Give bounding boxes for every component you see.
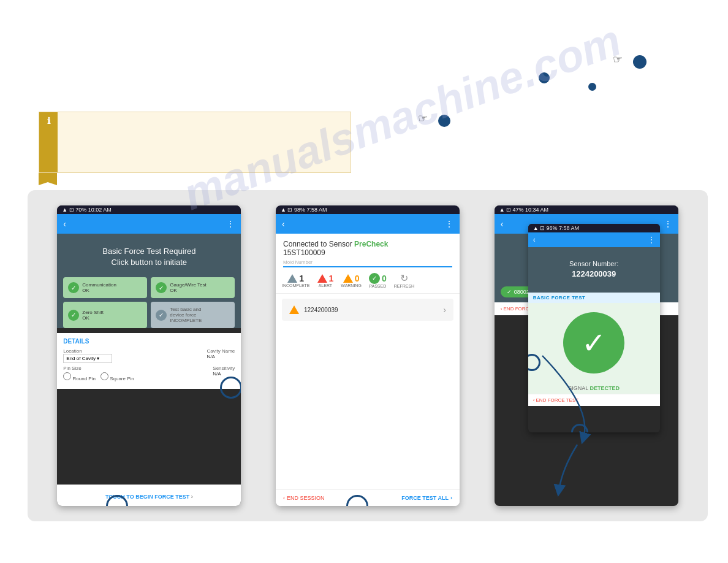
check-zeroshift: ✓ Zero Shift OK — [63, 302, 147, 328]
incomplete-label: INCOMPLETE — [282, 283, 310, 288]
check-icon-zeroshift: ✓ — [68, 310, 79, 321]
pin-size-label: Pin Size — [63, 366, 134, 371]
info-banner-bookmark — [39, 173, 57, 185]
sensor-id: 15ST100009 — [283, 248, 452, 257]
check-icon-incomplete: ✓ — [156, 310, 167, 321]
phone4-share-icon[interactable]: ⋮ — [648, 236, 655, 244]
phone2-share-icon[interactable]: ⋮ — [445, 219, 453, 229]
cavity-name-value: N/A — [207, 354, 235, 359]
sensor-number-label: Sensor Number: — [534, 259, 654, 269]
info-icon: ℹ — [39, 112, 58, 172]
square-pin-option[interactable]: Square Pin — [100, 372, 134, 381]
phone-mockup-4: ▲ ⊡ 96% 7:58 AM ‹ ⋮ Sensor Number: 12242… — [528, 224, 660, 432]
phone2-header: ‹ ⋮ — [276, 214, 460, 234]
alert-status: 1 ALERT — [317, 274, 334, 288]
phone3-status-bar: ▲ ⊡ 47% 10:34 AM — [495, 205, 678, 214]
phone3-time: ▲ ⊡ 47% 10:34 AM — [499, 207, 548, 213]
incomplete-count: 1 — [299, 274, 304, 283]
location-label: Location — [63, 348, 112, 354]
location-dropdown[interactable]: End of Cavity ▾ — [63, 354, 112, 363]
alert-label: ALERT — [319, 283, 332, 288]
check-label-zeroshift: Zero Shift OK — [82, 310, 104, 321]
sensor-row-item[interactable]: 1224200039 › — [282, 299, 453, 321]
footer-highlight: FORCE TEST — [154, 494, 189, 500]
phone1-share-icon[interactable]: ⋮ — [226, 219, 235, 229]
dot-3 — [588, 83, 596, 91]
phone2-status-bar: ▲ ⊡ 98% 7:58 AM — [276, 205, 460, 214]
check-icon-communication: ✓ — [68, 282, 79, 293]
phone1-time: ▲ ⊡ 70% 10:02 AM — [62, 207, 111, 213]
warning-triangle — [343, 274, 353, 283]
check-label-incomplete: Test basic and device force INCOMPLETE — [170, 307, 202, 323]
location-value: End of Cavity — [66, 356, 96, 361]
phone4-end-force-label: ‹ END FORCE TEST — [533, 397, 579, 403]
phone4-time: ▲ ⊡ 96% 7:58 AM — [533, 225, 579, 231]
phone3-back-icon[interactable]: ‹ — [501, 219, 504, 229]
phone1-details: DETAILS Location End of Cavity ▾ Cavity … — [57, 333, 241, 389]
warning-count: 0 — [355, 274, 360, 283]
sensor-row-id: 1224200039 — [304, 307, 338, 313]
passed-label: PASSED — [369, 284, 386, 288]
check-communication: ✓ Communication OK — [63, 277, 147, 298]
dot-1 — [539, 72, 550, 83]
alert-count: 1 — [329, 274, 334, 283]
check-label-gauge: Gauge/Wire Test OK — [170, 282, 206, 293]
mold-label: Mold Number — [283, 259, 452, 265]
sensor-precheck-highlight: PreCheck — [354, 240, 388, 248]
chip-1-check: ✓ — [507, 289, 512, 295]
phone2-status-row: 1 INCOMPLETE 1 ALERT 0 WARNING — [276, 267, 460, 294]
round-pin-option[interactable]: Round Pin — [63, 372, 96, 381]
location-row: Location End of Cavity ▾ Cavity Name N/A — [63, 348, 235, 363]
incomplete-triangle — [287, 274, 297, 283]
round-pin-radio[interactable] — [63, 372, 71, 380]
warning-status: 0 WARNING — [341, 274, 362, 288]
detected-label: DETECTED — [590, 385, 620, 391]
phone4-status-bar: ▲ ⊡ 96% 7:58 AM — [528, 224, 660, 232]
force-test-label: BASIC FORCE TEST — [528, 293, 660, 303]
main-content-area: ▲ ⊡ 70% 10:02 AM ‹ ⋮ Basic Force Test Re… — [28, 190, 708, 521]
incomplete-status: 1 INCOMPLETE — [282, 274, 310, 288]
refresh-icon: ↻ — [400, 272, 408, 284]
phone2-back-icon[interactable]: ‹ — [282, 219, 285, 229]
check-gauge: ✓ Gauge/Wire Test OK — [151, 277, 235, 298]
annotation-circle-1 — [220, 377, 241, 399]
refresh-status[interactable]: ↻ REFRESH — [394, 272, 414, 288]
check-label-communication: Communication OK — [82, 282, 116, 293]
phone1-details-title: DETAILS — [63, 338, 235, 345]
square-pin-radio[interactable] — [100, 372, 108, 380]
end-session-btn[interactable]: ‹ END SESSION — [283, 495, 325, 501]
sensor-row-chevron: › — [443, 305, 446, 315]
phone-mockup-2: ▲ ⊡ 98% 7:58 AM ‹ ⋮ Connected to Sensor … — [276, 205, 460, 506]
force-test-all-chevron: › — [450, 495, 452, 501]
phone1-checks: ✓ Communication OK ✓ Gauge/Wire Test OK … — [57, 277, 241, 328]
dropdown-chevron: ▾ — [97, 356, 99, 361]
phone3-share-icon[interactable]: ⋮ — [664, 219, 672, 229]
force-test-all-label: FORCE TEST ALL — [401, 495, 449, 501]
phone-mockup-1: ▲ ⊡ 70% 10:02 AM ‹ ⋮ Basic Force Test Re… — [57, 205, 241, 506]
cursor-hand-1: ☞ — [613, 53, 623, 66]
phone4-back-icon[interactable]: ‹ — [533, 236, 536, 244]
sensor-number-value: 1224200039 — [534, 269, 654, 280]
sensitivity-label: Sensitivity — [213, 366, 235, 371]
phone2-sensor-title: Connected to Sensor PreCheck 15ST100009 — [276, 234, 460, 259]
phone4-footer[interactable]: ‹ END FORCE TEST — [528, 394, 660, 406]
phone1-back-icon[interactable]: ‹ — [63, 219, 66, 229]
passed-status: ✓ 0 PASSED — [369, 273, 387, 288]
cavity-name-label: Cavity Name — [207, 348, 235, 354]
end-session-chevron: ‹ — [283, 495, 285, 501]
force-test-all-btn[interactable]: FORCE TEST ALL › — [401, 495, 452, 501]
phone3-container: ▲ ⊡ 47% 10:34 AM ‹ ⋮ MANUAL TEST MODE Wa… — [495, 205, 678, 506]
phone1-header: ‹ ⋮ — [57, 214, 241, 234]
refresh-label: REFRESH — [394, 284, 414, 288]
sensitivity-value: N/A — [213, 371, 235, 377]
force-test-body: ✓ — [528, 303, 660, 383]
annotation-circle-6 — [571, 424, 588, 432]
phone2-time: ▲ ⊡ 98% 7:58 AM — [281, 207, 327, 213]
sensor-number-block: Sensor Number: 1224200039 — [528, 247, 660, 293]
info-banner: ℹ — [39, 112, 351, 173]
phone1-footer[interactable]: TOUCH TO BEGIN FORCE TEST › — [57, 484, 241, 506]
phone4-header: ‹ ⋮ — [528, 232, 660, 247]
passed-count: 0 — [382, 274, 387, 283]
check-incomplete: ✓ Test basic and device force INCOMPLETE — [151, 302, 235, 328]
big-check-circle: ✓ — [563, 312, 624, 373]
